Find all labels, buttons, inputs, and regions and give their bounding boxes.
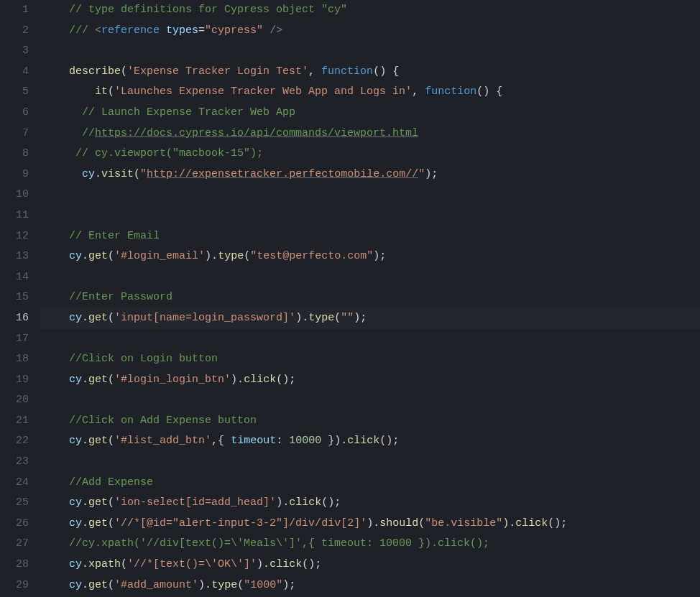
token: get xyxy=(88,496,108,509)
line-content[interactable]: cy.get('input[name=login_password]').typ… xyxy=(40,308,700,329)
line-content[interactable]: // Enter Email xyxy=(40,226,700,247)
code-line[interactable]: 8 // cy.viewport("macbook-15"); xyxy=(0,144,700,165)
token: get xyxy=(88,312,108,324)
token: get xyxy=(88,579,108,591)
token: xpath xyxy=(88,558,121,570)
line-content[interactable]: cy.get('#list_add_btn',{ timeout: 10000 … xyxy=(40,431,700,452)
token: cy xyxy=(69,435,82,447)
code-line[interactable]: 10 xyxy=(0,185,700,205)
line-number: 21 xyxy=(0,411,40,432)
token: // xyxy=(82,127,95,139)
code-line[interactable]: 25 cy.get('ion-select[id=add_head]').cli… xyxy=(0,493,700,514)
line-number: 13 xyxy=(0,246,40,267)
line-content[interactable]: // Launch Expense Tracker Web App xyxy=(40,103,700,124)
token: ( xyxy=(108,579,114,591)
code-line[interactable]: 20 xyxy=(0,390,700,411)
token: click xyxy=(244,374,276,386)
token: ( xyxy=(108,85,114,98)
code-line[interactable]: 28 cy.xpath('//*[text()=\'OK\']').click(… xyxy=(0,555,700,575)
token: "" xyxy=(341,312,354,324)
token: () { xyxy=(373,65,399,78)
token: 'input[name=login_password]' xyxy=(114,312,295,324)
token: ); xyxy=(425,168,438,180)
code-line[interactable]: 19 cy.get('#login_login_btn').click(); xyxy=(0,370,700,391)
code-line[interactable]: 23 xyxy=(0,452,700,473)
token: (); xyxy=(379,435,399,447)
line-number: 11 xyxy=(0,205,40,226)
indent xyxy=(43,353,69,365)
code-line[interactable]: 14 xyxy=(0,267,700,288)
token: ); xyxy=(373,250,386,262)
token: () { xyxy=(476,85,502,98)
code-line[interactable]: 22 cy.get('#list_add_btn',{ timeout: 100… xyxy=(0,431,700,452)
code-line[interactable]: 5 it('Launches Expense Tracker Web App a… xyxy=(0,82,700,103)
line-content[interactable]: describe('Expense Tracker Login Test', f… xyxy=(40,62,700,83)
line-content[interactable]: cy.get('#add_amount').type("1000"); xyxy=(40,575,700,596)
token: ( xyxy=(108,374,114,386)
line-number: 14 xyxy=(0,267,40,288)
token: 'ion-select[id=add_head]' xyxy=(114,496,276,509)
line-content[interactable]: //https://docs.cypress.io/api/commands/v… xyxy=(40,124,700,144)
token: ). xyxy=(367,517,379,529)
code-line[interactable]: 3 xyxy=(0,41,700,62)
line-content[interactable]: cy.visit("http://expensetracker.perfecto… xyxy=(40,165,700,185)
token: '//*[@id="alert-input-3-2"]/div/div[2]' xyxy=(114,517,367,529)
line-content[interactable]: it('Launches Expense Tracker Web App and… xyxy=(40,82,700,103)
indent xyxy=(43,415,69,427)
line-number: 6 xyxy=(0,103,40,124)
token: cy xyxy=(69,496,82,509)
token: // Enter Email xyxy=(69,230,160,242)
line-content[interactable]: cy.get('//*[@id="alert-input-3-2"]/div/d… xyxy=(40,514,700,534)
line-content[interactable]: // type definitions for Cypress object "… xyxy=(40,0,700,21)
code-line[interactable]: 27 //cy.xpath('//div[text()=\'Meals\']',… xyxy=(0,534,700,555)
token: : xyxy=(276,435,289,447)
code-line[interactable]: 11 xyxy=(0,205,700,226)
code-line[interactable]: 7 //https://docs.cypress.io/api/commands… xyxy=(0,124,700,144)
indent xyxy=(43,65,69,78)
line-number: 26 xyxy=(0,514,40,534)
code-line[interactable]: 16 cy.get('input[name=login_password]').… xyxy=(0,308,700,329)
code-line[interactable]: 21 //Click on Add Expense button xyxy=(0,411,700,432)
line-content[interactable]: //cy.xpath('//div[text()=\'Meals\']',{ t… xyxy=(40,534,700,555)
token: , xyxy=(412,85,425,98)
line-content[interactable]: //Click on Login button xyxy=(40,349,700,370)
line-content[interactable]: cy.get('ion-select[id=add_head]').click(… xyxy=(40,493,700,514)
line-content[interactable]: //Enter Password xyxy=(40,287,700,308)
code-line[interactable]: 6 // Launch Expense Tracker Web App xyxy=(0,103,700,124)
code-line[interactable]: 17 xyxy=(0,329,700,350)
code-line[interactable]: 12 // Enter Email xyxy=(0,226,700,247)
token: ). xyxy=(198,579,211,591)
line-number: 23 xyxy=(0,452,40,473)
token: //Add Expense xyxy=(69,476,153,489)
code-line[interactable]: 26 cy.get('//*[@id="alert-input-3-2"]/di… xyxy=(0,514,700,534)
token: . xyxy=(82,374,88,386)
line-content[interactable]: cy.get('#login_login_btn').click(); xyxy=(40,370,700,391)
token: 'Expense Tracker Login Test' xyxy=(127,65,308,78)
line-content[interactable]: cy.xpath('//*[text()=\'OK\']').click(); xyxy=(40,555,700,575)
line-content[interactable]: // cy.viewport("macbook-15"); xyxy=(40,144,700,165)
indent xyxy=(43,496,69,509)
token: ( xyxy=(418,517,425,529)
line-content[interactable]: /// <reference types="cypress" /> xyxy=(40,21,700,42)
line-content[interactable]: //Add Expense xyxy=(40,473,700,494)
code-line[interactable]: 29 cy.get('#add_amount').type("1000"); xyxy=(0,575,700,596)
token: . xyxy=(95,168,101,180)
code-editor[interactable]: 1 // type definitions for Cypress object… xyxy=(0,0,700,597)
code-line[interactable]: 4 describe('Expense Tracker Login Test',… xyxy=(0,62,700,83)
indent xyxy=(43,579,69,591)
line-content[interactable]: cy.get('#login_email').type("test@perfec… xyxy=(40,246,700,267)
token: ). xyxy=(205,250,218,262)
code-line[interactable]: 1 // type definitions for Cypress object… xyxy=(0,0,700,21)
code-line[interactable]: 2 /// <reference types="cypress" /> xyxy=(0,21,700,42)
indent xyxy=(43,374,69,386)
token: ). xyxy=(257,558,270,570)
line-content[interactable]: //Click on Add Expense button xyxy=(40,411,700,432)
code-line[interactable]: 15 //Enter Password xyxy=(0,287,700,308)
code-line[interactable]: 18 //Click on Login button xyxy=(0,349,700,370)
code-line[interactable]: 24 //Add Expense xyxy=(0,473,700,494)
code-line[interactable]: 9 cy.visit("http://expensetracker.perfec… xyxy=(0,165,700,185)
token xyxy=(160,24,166,37)
token: . xyxy=(82,496,88,509)
indent xyxy=(43,537,69,550)
code-line[interactable]: 13 cy.get('#login_email').type("test@per… xyxy=(0,246,700,267)
